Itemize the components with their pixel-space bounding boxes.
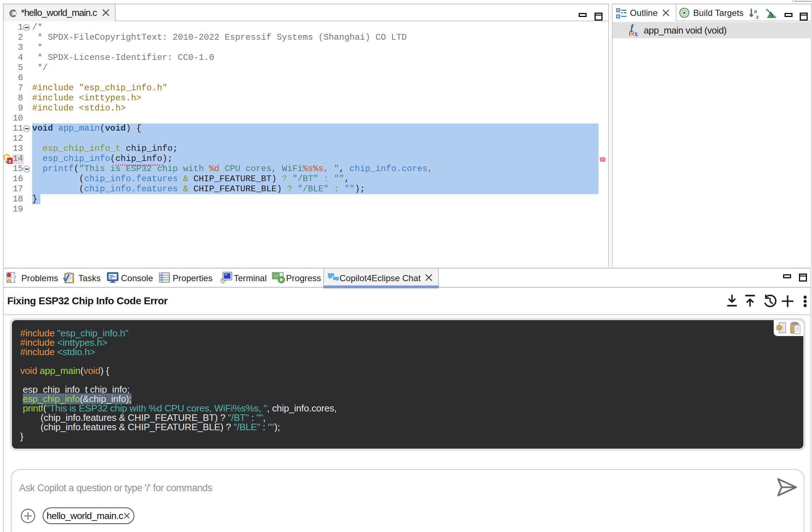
svg-text:x: x <box>634 30 638 37</box>
svg-text:z: z <box>756 13 759 19</box>
